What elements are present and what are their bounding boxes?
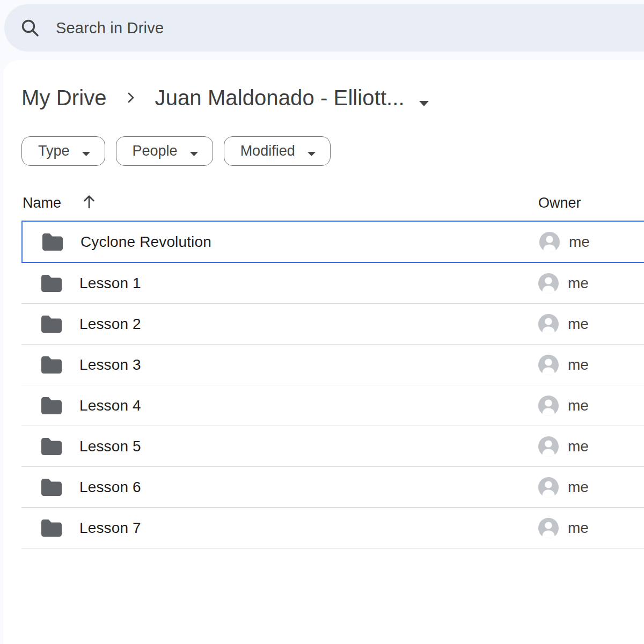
filter-chip-modified[interactable]: Modified: [224, 136, 331, 166]
caret-down-icon: [82, 144, 91, 160]
file-name-cell: Lesson 2: [21, 315, 538, 333]
owner-label: me: [568, 479, 589, 496]
owner-label: me: [569, 233, 590, 251]
file-name-label: Lesson 6: [79, 479, 141, 496]
file-owner-cell: me: [538, 273, 644, 294]
file-row[interactable]: Lesson 3 me: [21, 345, 644, 385]
folder-icon: [41, 233, 64, 251]
file-name-cell: Lesson 5: [21, 437, 538, 456]
caret-down-icon: [419, 87, 429, 112]
owner-avatar-icon: [538, 396, 559, 416]
breadcrumb-root-label: My Drive: [21, 86, 107, 110]
name-column-header[interactable]: Name: [21, 192, 538, 214]
file-name-cell: Lesson 1: [21, 274, 538, 292]
file-name-label: Lesson 5: [79, 438, 141, 455]
file-name-cell: Lesson 4: [21, 397, 538, 415]
owner-avatar-icon: [539, 232, 560, 252]
chip-people-label: People: [133, 143, 178, 159]
folder-icon: [40, 478, 63, 496]
owner-label: me: [568, 397, 589, 414]
folder-icon: [40, 437, 63, 456]
folder-icon: [40, 315, 63, 333]
owner-label: me: [568, 316, 589, 333]
sort-ascending-arrow-icon[interactable]: [80, 193, 98, 214]
folder-icon: [40, 274, 63, 292]
owner-label: me: [568, 519, 589, 537]
chevron-right-icon: [123, 90, 139, 106]
filter-chip-type[interactable]: Type: [21, 136, 105, 166]
file-name-cell: Lesson 7: [21, 519, 538, 537]
filter-chip-people[interactable]: People: [116, 136, 213, 166]
file-list-header: Name Owner: [21, 185, 644, 221]
file-name-label: Lesson 7: [79, 519, 141, 537]
file-row[interactable]: Lesson 5 me: [21, 426, 644, 467]
file-name-label: Lesson 1: [79, 275, 141, 292]
breadcrumb-current-folder[interactable]: Juan Maldonado - Elliott...: [155, 84, 429, 112]
file-name-label: Lesson 3: [79, 356, 141, 374]
search-icon[interactable]: [4, 4, 56, 52]
owner-label: me: [568, 275, 589, 292]
drive-content-card: My Drive Juan Maldonado - Elliott... Typ…: [3, 60, 644, 644]
file-owner-cell: me: [538, 518, 644, 538]
file-name-cell: Lesson 6: [21, 478, 538, 496]
owner-label: me: [568, 356, 589, 374]
file-name-label: Cyclone Revolution: [80, 233, 211, 251]
folder-icon: [40, 397, 63, 415]
caret-down-icon: [307, 144, 316, 160]
chip-type-label: Type: [38, 143, 70, 159]
owner-avatar-icon: [538, 477, 559, 497]
folder-icon: [40, 519, 63, 537]
file-name-label: Lesson 2: [79, 316, 141, 333]
file-owner-cell: me: [538, 436, 644, 457]
file-row[interactable]: Lesson 2 me: [21, 304, 644, 345]
top-app-bar: Search in Drive: [0, 0, 644, 52]
owner-avatar-icon: [538, 314, 559, 334]
search-placeholder: Search in Drive: [56, 19, 164, 37]
owner-avatar-icon: [538, 355, 559, 375]
search-input[interactable]: Search in Drive: [4, 4, 644, 52]
file-row[interactable]: Cyclone Revolution me: [21, 221, 644, 263]
file-name-cell: Cyclone Revolution: [23, 233, 539, 251]
file-row[interactable]: Lesson 7 me: [21, 508, 644, 548]
file-owner-cell: me: [538, 355, 644, 375]
file-owner-cell: me: [538, 396, 644, 416]
filter-chip-bar: Type People Modified: [21, 136, 644, 166]
file-name-cell: Lesson 3: [21, 356, 538, 374]
chip-modified-label: Modified: [240, 143, 295, 159]
file-owner-cell: me: [538, 314, 644, 334]
owner-header-label: Owner: [538, 195, 581, 211]
owner-avatar-icon: [538, 518, 559, 538]
name-header-label: Name: [23, 195, 61, 211]
file-row[interactable]: Lesson 1 me: [21, 263, 644, 304]
file-owner-cell: me: [539, 232, 644, 252]
breadcrumb-current-label: Juan Maldonado - Elliott...: [155, 86, 405, 110]
breadcrumb: My Drive Juan Maldonado - Elliott...: [21, 60, 644, 114]
file-row[interactable]: Lesson 4 me: [21, 385, 644, 426]
file-owner-cell: me: [538, 477, 644, 497]
file-name-label: Lesson 4: [79, 397, 141, 414]
owner-label: me: [568, 438, 589, 455]
owner-avatar-icon: [538, 273, 559, 294]
folder-icon: [40, 356, 63, 374]
owner-avatar-icon: [538, 436, 559, 457]
breadcrumb-my-drive[interactable]: My Drive: [21, 86, 107, 110]
caret-down-icon: [189, 144, 199, 160]
file-list: Cyclone Revolution me Lesson 1: [21, 221, 644, 548]
owner-column-header[interactable]: Owner: [538, 195, 644, 211]
file-row[interactable]: Lesson 6 me: [21, 467, 644, 508]
